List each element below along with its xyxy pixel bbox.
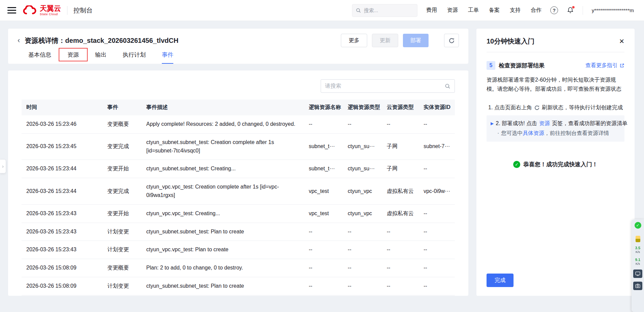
events-search-input[interactable] (325, 83, 445, 89)
guide-title: 10分钟快速入门 (487, 37, 534, 46)
cell-logical-type: -- (344, 259, 383, 277)
nav-link-billing[interactable]: 费用 (426, 7, 437, 14)
back-button[interactable]: ‹ (18, 37, 25, 44)
screen-tool-icon[interactable] (633, 270, 642, 278)
tab-resources-label: 资源 (67, 52, 79, 58)
step-number-badge: 5 (487, 61, 495, 70)
table-row: 2026-03-26 15:23:43 计划变更 ctyun_subnet.su… (22, 223, 455, 241)
cell-event: 变更概要 (104, 259, 143, 277)
cell-time: 2026-03-26 15:08:09 (22, 259, 104, 277)
cell-entity-id: -- (420, 295, 455, 296)
nav-link-cooperation[interactable]: 合作 (531, 7, 541, 14)
table-row: 2026-03-26 15:23:45 变更完成 ctyun_subnet.su… (22, 133, 455, 160)
notification-dot (572, 6, 575, 8)
cell-logical-type: ctyun_vpc (344, 204, 383, 223)
guide-step-box: ▶ 2. 部署成功! 点击资源页签，查看成功部署的资源清单 ·您可选中具体资源，… (487, 115, 624, 142)
cell-event: 变更概要 (104, 115, 143, 133)
cell-description: Apply complete! Resources: 2 added, 0 ch… (143, 115, 305, 133)
nav-link-support[interactable]: 支持 (510, 7, 521, 14)
done-button[interactable]: 完成 (487, 274, 514, 287)
close-icon[interactable]: ✕ (619, 38, 624, 45)
tab-execution-plan[interactable]: 执行计划 (123, 51, 146, 64)
brand-logo[interactable]: 天翼云 State Cloud (22, 5, 61, 16)
resources-tab-link[interactable]: 资源 (539, 119, 550, 129)
nav-link-resources[interactable]: 资源 (447, 7, 458, 14)
brand-name: 天翼云 (40, 5, 61, 12)
cell-cloud-type: 子网 (383, 133, 420, 160)
step2-prefix: 2. 部署成功! 点击 (496, 119, 537, 129)
help-icon[interactable]: ? (550, 6, 558, 14)
cell-cloud-type: -- (383, 115, 420, 133)
external-link-icon (619, 63, 624, 68)
congrats-row: ✓ 恭喜您！成功完成快速入门！ (487, 161, 624, 168)
sidebar-expand-handle[interactable]: › (0, 159, 6, 173)
update-button[interactable]: 更新 (372, 34, 398, 47)
stack-header-card: ‹ 资源栈详情：demo_stack_202603261456_tlvdCH 更… (8, 29, 468, 64)
cell-event: 计划变更 (104, 295, 143, 296)
cell-description: ctyun_vpc.vpc_test: Creating... (143, 204, 305, 223)
cell-logical-name: -- (305, 295, 345, 296)
table-row: 2026-03-26 15:23:43 变更开始 ctyun_vpc.vpc_t… (22, 204, 455, 223)
global-search-input[interactable] (364, 7, 414, 13)
menu-toggle-button[interactable] (7, 7, 16, 13)
specific-resource-link[interactable]: 具体资源 (523, 130, 544, 136)
events-search[interactable] (321, 79, 455, 93)
table-row: 2026-03-26 15:08:09 计划变更 ctyun_subnet.su… (22, 277, 455, 295)
cell-logical-name: -- (305, 259, 345, 277)
step-title: 检查资源部署结果 (499, 62, 545, 69)
step1-suffix: 刷新状态，等待执行计划创建完成 (542, 104, 623, 111)
account-username[interactable]: y******************m (592, 7, 634, 13)
tab-basic-info[interactable]: 基本信息 (28, 51, 51, 64)
tab-resources[interactable]: 资源 (67, 51, 79, 64)
monitor-status-icon[interactable]: ✓ (635, 222, 641, 229)
nav-divider (583, 6, 583, 15)
battery-indicator-icon[interactable] (636, 236, 640, 242)
table-row: 2026-03-26 15:08:09 变更概要 Plan: 2 to add,… (22, 259, 455, 277)
download-speed: 3.5 K/s (635, 246, 640, 254)
cell-description: ctyun_vpc.vpc_test: Plan to create (143, 241, 305, 259)
cell-time: 2026-03-26 15:23:46 (22, 115, 104, 133)
more-button[interactable]: 更多 (341, 34, 367, 47)
cell-entity-id: -- (420, 241, 455, 259)
brand-subtitle: State Cloud (40, 13, 61, 16)
console-title: 控制台 (74, 6, 93, 15)
cloud-logo-icon (22, 5, 37, 16)
cell-logical-name: subnet_t··· (305, 160, 345, 178)
notification-bell-icon[interactable] (567, 7, 574, 14)
table-header-row: 时间 事件 事件描述 逻辑资源名称 逻辑资源类型 云资源类型 实体资源ID (22, 100, 455, 115)
cell-event: 计划变更 (104, 223, 143, 241)
cell-logical-name: -- (305, 223, 345, 241)
col-header-entity-id: 实体资源ID (420, 100, 455, 115)
col-header-event: 事件 (104, 100, 143, 115)
camera-tool-icon[interactable] (633, 282, 642, 290)
global-search[interactable] (352, 4, 417, 17)
cell-cloud-type: 子网 (383, 160, 420, 178)
cell-entity-id: subnet-7··· (420, 133, 455, 160)
cell-description: ctyun_subnet.subnet_test: Plan to create (143, 223, 305, 241)
cell-cloud-type: -- (383, 295, 420, 296)
more-guides-link[interactable]: 查看更多指引 (585, 62, 624, 69)
tab-output[interactable]: 输出 (95, 51, 107, 64)
cell-event: 变更完成 (104, 178, 143, 205)
nav-link-filing[interactable]: 备案 (489, 7, 500, 14)
cell-logical-type: ctyun_vpc (344, 178, 383, 205)
guide-step-2: ▶ 2. 部署成功! 点击资源页签，查看成功部署的资源清单 (491, 119, 620, 129)
deploy-button[interactable]: 部署 (403, 34, 429, 47)
cell-event: 变更开始 (104, 160, 143, 178)
cell-logical-type: -- (344, 241, 383, 259)
cell-entity-id: -- (420, 204, 455, 223)
col-header-cloud-type: 云资源类型 (383, 100, 420, 115)
events-table-body: 2026-03-26 15:23:46 变更概要 Apply complete!… (22, 115, 455, 296)
upload-speed-value: 9.1 (635, 258, 640, 262)
refresh-button[interactable] (444, 34, 459, 47)
col-header-logical-type: 逻辑资源类型 (344, 100, 383, 115)
search-icon (356, 8, 361, 13)
nav-link-tickets[interactable]: 工单 (468, 7, 479, 14)
cell-logical-type: -- (344, 295, 383, 296)
table-row: 2026-03-26 15:23:44 变更开始 ctyun_subnet.su… (22, 160, 455, 178)
cell-logical-type: -- (344, 277, 383, 295)
cell-logical-type: ctyun_su··· (344, 160, 383, 178)
cell-description: ctyun_subnet.subnet_test: Creating... (143, 160, 305, 178)
tab-events[interactable]: 事件 (162, 51, 173, 64)
cell-cloud-type: 虚拟私有云 (383, 204, 420, 223)
